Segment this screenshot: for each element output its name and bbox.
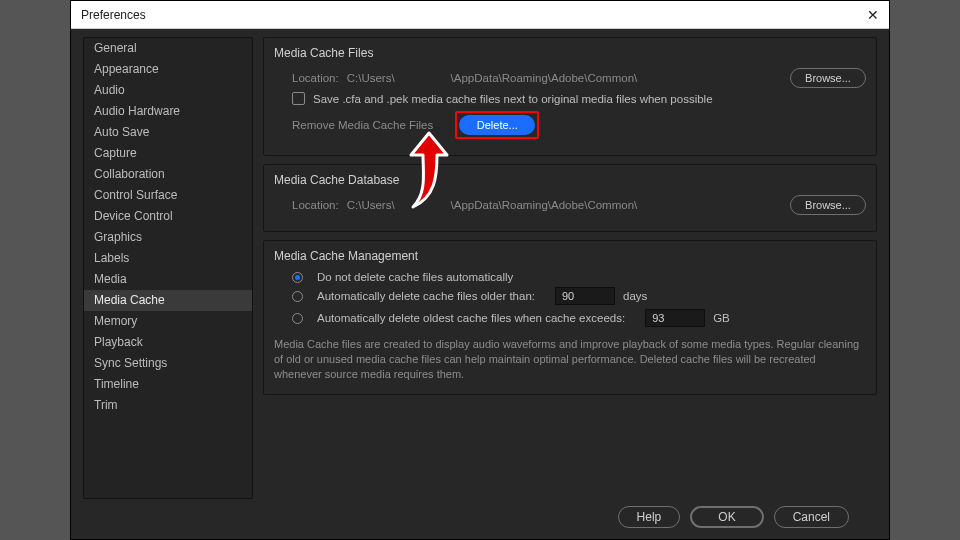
location-label: Location: xyxy=(292,72,339,84)
preferences-window: Preferences ✕ GeneralAppearanceAudioAudi… xyxy=(70,0,890,540)
gb-unit: GB xyxy=(713,312,730,324)
browse-button[interactable]: Browse... xyxy=(790,68,866,88)
browse-button[interactable]: Browse... xyxy=(790,195,866,215)
group-title: Media Cache Files xyxy=(274,46,866,60)
preferences-sidebar: GeneralAppearanceAudioAudio HardwareAuto… xyxy=(83,37,253,499)
radio-label: Automatically delete cache files older t… xyxy=(317,290,535,302)
days-unit: days xyxy=(623,290,647,302)
main-panel: Media Cache Files Location: C:\Users\ \A… xyxy=(263,37,877,499)
sidebar-item-control-surface[interactable]: Control Surface xyxy=(84,185,252,206)
mgmt-opt-1-row[interactable]: Do not delete cache files automatically xyxy=(292,271,866,283)
sidebar-item-audio-hardware[interactable]: Audio Hardware xyxy=(84,101,252,122)
sidebar-item-sync-settings[interactable]: Sync Settings xyxy=(84,353,252,374)
media-cache-database-group: Media Cache Database Location: C:\Users\… xyxy=(263,164,877,232)
cancel-button[interactable]: Cancel xyxy=(774,506,849,528)
group-title: Media Cache Database xyxy=(274,173,866,187)
sidebar-item-audio[interactable]: Audio xyxy=(84,80,252,101)
radio-label: Do not delete cache files automatically xyxy=(317,271,513,283)
sidebar-item-memory[interactable]: Memory xyxy=(84,311,252,332)
location-path-prefix: C:\Users\ xyxy=(347,72,395,84)
gb-input[interactable] xyxy=(645,309,705,327)
remove-cache-row: Remove Media Cache Files Delete... xyxy=(292,111,866,139)
sidebar-item-timeline[interactable]: Timeline xyxy=(84,374,252,395)
split-pane: GeneralAppearanceAudioAudio HardwareAuto… xyxy=(83,37,877,499)
sidebar-item-capture[interactable]: Capture xyxy=(84,143,252,164)
mgmt-note: Media Cache files are created to display… xyxy=(274,337,866,382)
cache-db-location-row: Location: C:\Users\ \AppData\Roaming\Ado… xyxy=(292,195,866,215)
sidebar-item-appearance[interactable]: Appearance xyxy=(84,59,252,80)
save-next-checkbox[interactable] xyxy=(292,92,305,105)
sidebar-item-auto-save[interactable]: Auto Save xyxy=(84,122,252,143)
radio-delete-when-exceeds[interactable] xyxy=(292,313,303,324)
titlebar: Preferences ✕ xyxy=(71,1,889,29)
location-path-suffix: \AppData\Roaming\Adobe\Common\ xyxy=(451,199,638,211)
sidebar-item-trim[interactable]: Trim xyxy=(84,395,252,416)
sidebar-item-media[interactable]: Media xyxy=(84,269,252,290)
sidebar-item-playback[interactable]: Playback xyxy=(84,332,252,353)
radio-do-not-delete[interactable] xyxy=(292,272,303,283)
close-icon[interactable]: ✕ xyxy=(867,7,879,23)
media-cache-files-group: Media Cache Files Location: C:\Users\ \A… xyxy=(263,37,877,156)
location-path-suffix: \AppData\Roaming\Adobe\Common\ xyxy=(451,72,638,84)
radio-delete-older-than[interactable] xyxy=(292,291,303,302)
location-path-prefix: C:\Users\ xyxy=(347,199,395,211)
delete-highlight: Delete... xyxy=(455,111,539,139)
save-next-label: Save .cfa and .pek media cache files nex… xyxy=(313,93,713,105)
location-label: Location: xyxy=(292,199,339,211)
sidebar-item-device-control[interactable]: Device Control xyxy=(84,206,252,227)
remove-label: Remove Media Cache Files xyxy=(292,119,433,131)
delete-button[interactable]: Delete... xyxy=(459,115,535,135)
cache-files-location-row: Location: C:\Users\ \AppData\Roaming\Ado… xyxy=(292,68,866,88)
backdrop: Preferences ✕ GeneralAppearanceAudioAudi… xyxy=(0,0,960,540)
content-area: GeneralAppearanceAudioAudio HardwareAuto… xyxy=(71,29,889,539)
ok-button[interactable]: OK xyxy=(690,506,763,528)
dialog-footer: Help OK Cancel xyxy=(83,499,877,535)
radio-label: Automatically delete oldest cache files … xyxy=(317,312,625,324)
group-title: Media Cache Management xyxy=(274,249,866,263)
sidebar-item-general[interactable]: General xyxy=(84,38,252,59)
help-button[interactable]: Help xyxy=(618,506,681,528)
mgmt-opt-2-row[interactable]: Automatically delete cache files older t… xyxy=(292,287,866,305)
mgmt-opt-3-row[interactable]: Automatically delete oldest cache files … xyxy=(292,309,866,327)
save-next-row[interactable]: Save .cfa and .pek media cache files nex… xyxy=(292,92,866,105)
media-cache-management-group: Media Cache Management Do not delete cac… xyxy=(263,240,877,395)
days-input[interactable] xyxy=(555,287,615,305)
sidebar-item-graphics[interactable]: Graphics xyxy=(84,227,252,248)
sidebar-item-media-cache[interactable]: Media Cache xyxy=(84,290,252,311)
sidebar-item-labels[interactable]: Labels xyxy=(84,248,252,269)
window-title: Preferences xyxy=(81,8,146,22)
sidebar-item-collaboration[interactable]: Collaboration xyxy=(84,164,252,185)
